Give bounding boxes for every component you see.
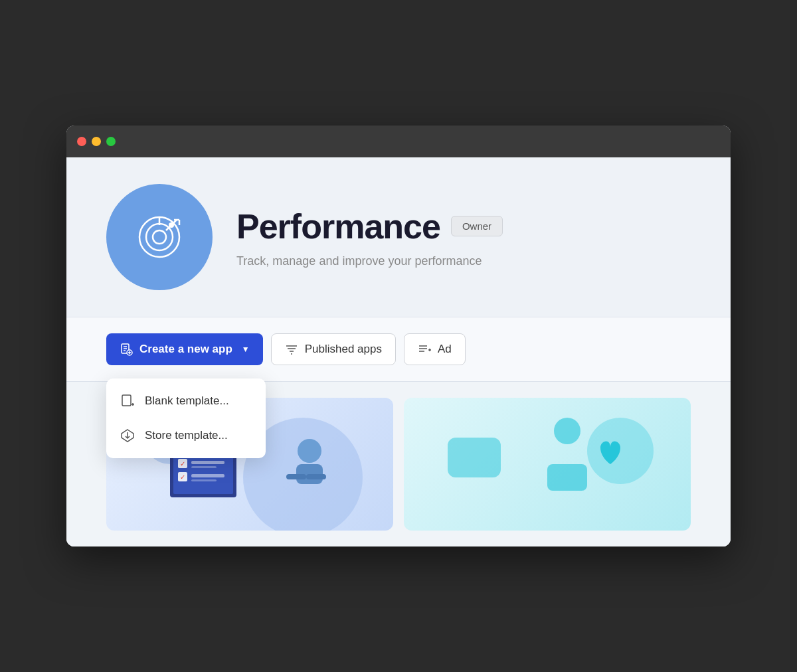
filter-icon — [285, 343, 298, 356]
app-title: Performance — [236, 207, 440, 246]
store-template-icon — [120, 428, 135, 444]
create-new-app-button[interactable]: Create a new app ▼ — [106, 333, 263, 365]
add-button[interactable]: Ad — [404, 333, 466, 365]
maximize-button[interactable] — [106, 137, 116, 146]
create-button-label: Create a new app — [139, 343, 232, 356]
app-icon — [106, 184, 213, 290]
titlebar — [66, 126, 731, 157]
svg-point-2 — [153, 230, 166, 244]
svg-rect-39 — [191, 474, 224, 477]
svg-rect-43 — [286, 474, 306, 479]
close-button[interactable] — [77, 137, 86, 146]
svg-point-41 — [298, 439, 321, 463]
app-title-row: Performance Owner — [236, 207, 691, 246]
content-area: Performance Owner Track, manage and impr… — [66, 157, 731, 546]
add-list-icon — [418, 343, 431, 356]
owner-badge: Owner — [451, 216, 503, 236]
minimize-button[interactable] — [92, 137, 101, 146]
store-template-label: Store template... — [145, 429, 228, 442]
svg-rect-45 — [448, 438, 501, 477]
svg-point-46 — [587, 418, 654, 484]
app-window: Performance Owner Track, manage and impr… — [66, 126, 731, 546]
blank-template-label: Blank template... — [145, 394, 229, 408]
svg-rect-40 — [191, 479, 217, 481]
chevron-down-icon: ▼ — [242, 345, 250, 354]
svg-rect-25 — [122, 395, 131, 406]
svg-point-48 — [554, 418, 580, 444]
svg-rect-47 — [547, 464, 587, 491]
blank-template-item[interactable]: Blank template... — [106, 384, 266, 418]
app-card-2[interactable] — [404, 398, 691, 531]
target-icon — [133, 210, 186, 264]
svg-rect-35 — [191, 461, 224, 464]
published-button-label: Published apps — [305, 343, 382, 356]
card-illustration-2 — [404, 398, 691, 531]
svg-text:✓: ✓ — [180, 473, 185, 481]
toolbar-section: Create a new app ▼ Published apps — [66, 317, 731, 382]
create-doc-icon — [120, 343, 133, 356]
store-template-item[interactable]: Store template... — [106, 418, 266, 453]
svg-rect-44 — [306, 474, 326, 479]
blank-template-icon — [120, 393, 135, 409]
svg-rect-36 — [191, 466, 217, 468]
header-section: Performance Owner Track, manage and impr… — [66, 157, 731, 317]
dropdown-menu: Blank template... Store template... — [106, 378, 266, 458]
svg-text:✓: ✓ — [180, 460, 185, 467]
add-button-label: Ad — [438, 343, 452, 356]
app-info: Performance Owner Track, manage and impr… — [236, 207, 691, 268]
app-description: Track, manage and improve your performan… — [236, 254, 691, 268]
published-apps-button[interactable]: Published apps — [271, 333, 396, 365]
